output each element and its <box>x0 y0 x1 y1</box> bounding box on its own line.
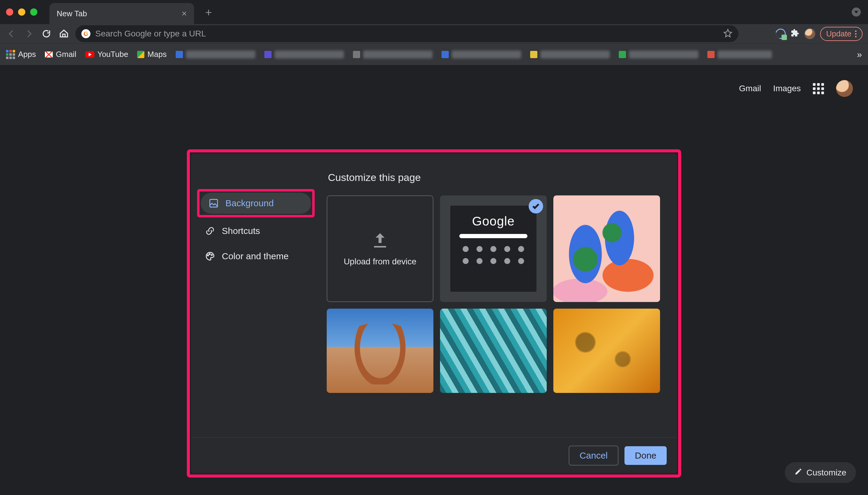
svg-point-2 <box>209 254 210 254</box>
bookmark-label: Maps <box>147 50 167 59</box>
window-close-icon[interactable] <box>6 8 13 16</box>
background-tiles-grid: Upload from device Google <box>327 195 665 415</box>
google-g-icon: G <box>81 29 91 38</box>
extensions-icon[interactable] <box>790 29 800 39</box>
image-icon <box>209 198 219 208</box>
bookmark-redacted[interactable] <box>353 51 432 58</box>
gmail-icon <box>45 51 53 57</box>
bookmark-redacted[interactable] <box>264 51 344 58</box>
tile-upload[interactable]: Upload from device <box>327 195 433 302</box>
forward-button[interactable] <box>23 28 35 40</box>
bookmark-redacted[interactable] <box>442 51 521 58</box>
palette-icon <box>205 251 215 261</box>
tile-textures-wrap <box>553 309 660 393</box>
bookmarks-overflow-icon[interactable]: » <box>857 49 862 59</box>
toolbar: G Search Google or type a URL Update <box>0 24 868 44</box>
tile-architecture-wrap <box>440 309 547 393</box>
new-tab-content: Gmail Images Background <box>0 65 868 495</box>
youtube-icon <box>85 51 94 58</box>
bookmark-redacted[interactable] <box>176 51 255 58</box>
window-minimize-icon[interactable] <box>18 8 25 16</box>
customize-button[interactable]: Customize <box>785 462 856 483</box>
svg-point-3 <box>211 254 212 255</box>
window-maximize-icon[interactable] <box>30 8 37 16</box>
sidebar-item-background[interactable]: Background <box>201 193 311 214</box>
images-link[interactable]: Images <box>773 84 801 93</box>
bookmark-gmail[interactable]: Gmail <box>45 50 76 59</box>
selected-check-icon <box>529 199 543 214</box>
bookmarks-bar: Apps Gmail YouTube Maps » <box>0 44 868 65</box>
bookmark-maps[interactable]: Maps <box>137 50 167 59</box>
annotation-highlight-sidebar-item: Background <box>197 189 315 217</box>
pencil-icon <box>795 467 802 478</box>
google-apps-icon[interactable] <box>813 83 824 94</box>
back-button[interactable] <box>5 28 17 40</box>
kebab-menu-icon <box>855 30 856 37</box>
tab-search-icon[interactable] <box>852 7 861 17</box>
bookmark-redacted[interactable] <box>530 51 610 58</box>
tile-orange-texture[interactable] <box>553 309 660 393</box>
tile-upload-wrap: Upload from device <box>327 195 433 302</box>
cancel-button[interactable]: Cancel <box>569 446 619 465</box>
tab-close-icon[interactable]: × <box>181 8 187 19</box>
account-avatar-icon[interactable] <box>836 80 853 97</box>
dialog-footer: Cancel Done <box>191 437 677 473</box>
upload-icon <box>371 231 389 249</box>
bookmark-youtube[interactable]: YouTube <box>85 50 128 59</box>
tile-no-background[interactable]: Google <box>440 195 547 302</box>
no-background-preview: Google <box>450 206 537 292</box>
tile-black-artists[interactable] <box>553 195 660 302</box>
dialog-title: Customize this page <box>328 172 665 183</box>
ntp-top-links: Gmail Images <box>739 80 853 97</box>
toolbar-right: Update <box>775 27 863 41</box>
bookmark-label: YouTube <box>97 50 128 59</box>
window-controls <box>6 8 37 16</box>
update-button[interactable]: Update <box>820 27 863 41</box>
bookmark-label: Apps <box>18 50 36 59</box>
tile-architecture[interactable] <box>440 309 547 393</box>
tile-landscapes-wrap <box>327 309 433 393</box>
customize-dialog: Background Shortcuts Color and theme <box>191 154 677 473</box>
tile-label: Upload from device <box>344 257 416 267</box>
reload-button[interactable] <box>40 28 52 40</box>
link-icon <box>205 226 215 236</box>
dialog-sidebar: Background Shortcuts Color and theme <box>191 154 321 437</box>
omnibox[interactable]: G Search Google or type a URL <box>75 25 738 42</box>
gmail-link[interactable]: Gmail <box>739 84 761 93</box>
home-button[interactable] <box>58 28 70 40</box>
dialog-body: Customize this page Upload from device <box>321 154 677 437</box>
browser-tab[interactable]: New Tab × <box>49 3 194 24</box>
svg-rect-0 <box>210 199 218 207</box>
annotation-highlight-dialog: Background Shortcuts Color and theme <box>187 149 681 478</box>
sidebar-item-color-theme[interactable]: Color and theme <box>197 246 315 267</box>
svg-point-1 <box>207 255 208 256</box>
bookmark-redacted[interactable] <box>707 51 772 58</box>
tab-title: New Tab <box>57 9 87 18</box>
sidebar-item-label: Shortcuts <box>222 226 260 236</box>
sidebar-item-label: Background <box>226 198 274 208</box>
maps-icon <box>137 51 144 58</box>
done-button[interactable]: Done <box>624 446 667 465</box>
update-label: Update <box>826 29 851 38</box>
tile-no-background-wrap: Google No background <box>440 195 547 302</box>
tile-landscape-arch[interactable] <box>327 309 433 393</box>
sidebar-item-label: Color and theme <box>222 251 289 261</box>
bookmark-label: Gmail <box>56 50 76 59</box>
sidebar-item-shortcuts[interactable]: Shortcuts <box>197 220 315 241</box>
titlebar: New Tab × ＋ <box>0 0 868 24</box>
apps-grid-icon <box>6 50 15 59</box>
google-logo-text: Google <box>472 214 514 228</box>
profile-avatar-icon[interactable] <box>804 28 815 39</box>
customize-label: Customize <box>806 468 846 478</box>
new-tab-button[interactable]: ＋ <box>200 4 217 20</box>
tile-black-artists-wrap: Black Artists Collection <box>553 195 660 302</box>
search-bar-preview <box>459 234 527 238</box>
bookmark-redacted[interactable] <box>619 51 698 58</box>
translate-icon[interactable] <box>775 29 786 39</box>
bookmark-star-icon[interactable] <box>723 29 732 39</box>
omnibox-placeholder: Search Google or type a URL <box>95 29 206 38</box>
bookmark-apps[interactable]: Apps <box>6 50 36 59</box>
